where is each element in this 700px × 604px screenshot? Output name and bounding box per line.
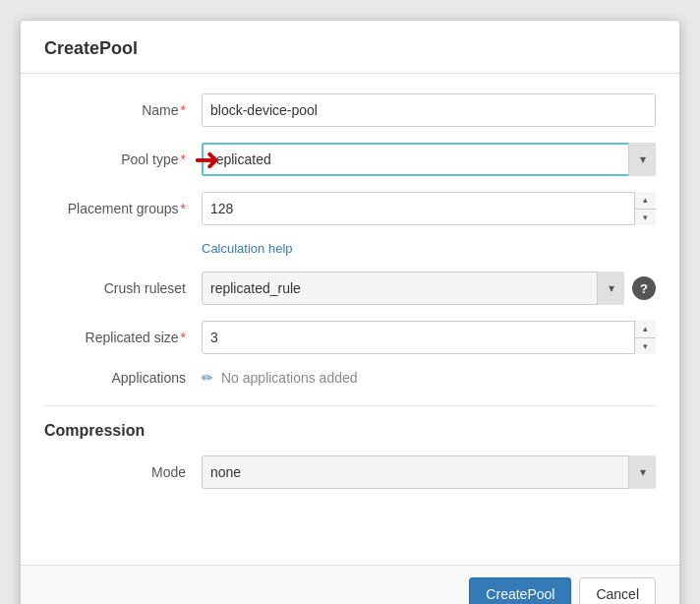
replicated-size-spinner-buttons: ▴ ▾ bbox=[634, 321, 656, 354]
placement-groups-increment[interactable]: ▴ bbox=[635, 192, 656, 210]
applications-label: Applications bbox=[44, 370, 202, 386]
applications-edit-icon[interactable]: ✏ bbox=[202, 370, 213, 386]
placement-groups-spinner: ▴ ▾ bbox=[202, 192, 656, 225]
replicated-size-row: Replicated size* ▴ ▾ bbox=[44, 321, 656, 354]
applications-row: Applications ✏ No applications added bbox=[44, 370, 656, 386]
section-divider bbox=[44, 405, 656, 406]
placement-groups-row: Placement groups* ▴ ▾ bbox=[44, 192, 656, 225]
crush-ruleset-label: Crush ruleset bbox=[44, 280, 202, 296]
no-applications-text: No applications added bbox=[221, 370, 358, 386]
name-label: Name* bbox=[44, 102, 202, 118]
cancel-button[interactable]: Cancel bbox=[579, 577, 656, 604]
compression-mode-select[interactable]: none aggressive passive force bbox=[202, 455, 656, 489]
pool-type-select-wrapper: replicated erasure ▾ bbox=[202, 143, 656, 176]
compression-mode-select-wrapper: none aggressive passive force ▾ bbox=[202, 455, 656, 489]
crush-ruleset-row: Crush ruleset replicated_rule ▾ ? bbox=[44, 272, 656, 305]
dialog-title: CreatePool bbox=[21, 21, 679, 74]
placement-groups-spinner-buttons: ▴ ▾ bbox=[634, 192, 656, 225]
pool-type-row: Pool type* ➜ replicated erasure ▾ bbox=[44, 143, 656, 176]
compression-section-title: Compression bbox=[44, 422, 656, 440]
crush-help-icon[interactable]: ? bbox=[632, 276, 656, 300]
create-pool-dialog: CreatePool Name* Pool type* ➜ replicated… bbox=[20, 20, 680, 604]
placement-groups-label: Placement groups* bbox=[44, 201, 202, 216]
compression-mode-row: Mode none aggressive passive force ▾ bbox=[44, 455, 656, 489]
replicated-size-input[interactable] bbox=[202, 321, 656, 354]
replicated-size-label: Replicated size* bbox=[44, 330, 202, 345]
crush-ruleset-select-wrapper: replicated_rule ▾ bbox=[202, 272, 624, 305]
crush-ruleset-select[interactable]: replicated_rule bbox=[202, 272, 624, 305]
placement-groups-input[interactable] bbox=[202, 192, 656, 225]
calculation-help-link[interactable]: Calculation help bbox=[202, 241, 293, 256]
calculation-help-row: Calculation help bbox=[44, 241, 656, 256]
replicated-size-increment[interactable]: ▴ bbox=[635, 321, 656, 338]
replicated-size-decrement[interactable]: ▾ bbox=[635, 338, 656, 355]
compression-mode-label: Mode bbox=[44, 464, 202, 480]
create-pool-button[interactable]: CreatePool bbox=[469, 577, 571, 604]
dialog-body: Name* Pool type* ➜ replicated erasure ▾ bbox=[21, 74, 679, 565]
pool-type-select[interactable]: replicated erasure bbox=[202, 143, 656, 176]
dialog-footer: CreatePool Cancel bbox=[21, 565, 679, 604]
name-row: Name* bbox=[44, 93, 656, 127]
replicated-size-spinner: ▴ ▾ bbox=[202, 321, 656, 354]
pool-type-label: Pool type* bbox=[44, 151, 202, 167]
placement-groups-decrement[interactable]: ▾ bbox=[635, 210, 656, 226]
name-input[interactable] bbox=[202, 93, 656, 127]
